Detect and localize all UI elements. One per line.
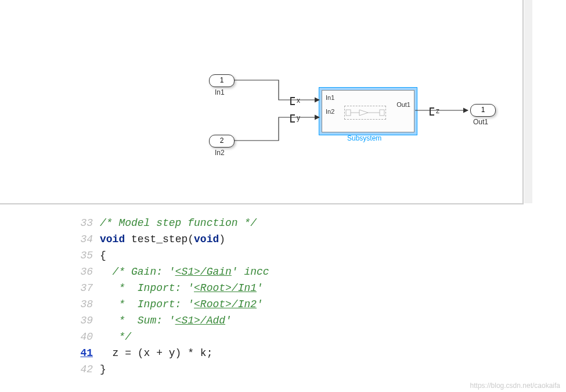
line-number: 37 [70, 280, 100, 296]
line-number: 38 [70, 296, 100, 312]
code-line: 39 * Sum: '<S1>/Add' [70, 312, 476, 329]
code-line: 35{ [70, 247, 476, 264]
code-text: /* Model step function */ [100, 215, 257, 231]
line-number: 39 [70, 312, 100, 329]
inport-1-num: 1 [220, 76, 224, 84]
line-number: 33 [70, 215, 100, 231]
subsystem-label: Subsystem [347, 134, 381, 142]
code-text: /* Gain: '<S1>/Gain' incc [100, 264, 269, 280]
code-line: 37 * Inport: '<Root>/In1' [70, 280, 476, 296]
subsystem-pin-in2: In2 [326, 108, 334, 115]
inport-2-block[interactable]: 2 [209, 135, 235, 148]
inport-2-label: In2 [215, 149, 225, 157]
code-text: * Sum: '<S1>/Add' [100, 312, 232, 329]
code-text: { [100, 247, 106, 264]
bus-creator-y: y [290, 114, 300, 123]
line-number: 40 [70, 329, 100, 345]
outport-1-num: 1 [481, 106, 485, 114]
line-number: 42 [70, 361, 100, 377]
code-text: void test_step(void) [100, 231, 225, 247]
code-line: 36 /* Gain: '<S1>/Gain' incc [70, 264, 476, 280]
code-text: } [100, 361, 106, 377]
bus-selector-z: z [430, 107, 439, 116]
bus-creator-x: x [290, 96, 300, 105]
canvas-scrollbar[interactable] [524, 0, 532, 203]
code-line: 38 * Inport: '<Root>/In2' [70, 296, 476, 312]
inport-1-block[interactable]: 1 [209, 74, 235, 87]
code-text: * Inport: '<Root>/In2' [100, 296, 263, 312]
watermark-text: https://blog.csdn.net/caokaifa [470, 382, 560, 390]
subsystem-pin-in1: In1 [326, 94, 334, 101]
code-line: 42} [70, 361, 476, 377]
svg-rect-0 [346, 110, 351, 116]
outport-1-block[interactable]: 1 [470, 104, 496, 117]
code-line: 40 */ [70, 329, 476, 345]
svg-marker-2 [359, 110, 368, 116]
subsystem-pin-out1: Out1 [396, 101, 410, 108]
line-number: 36 [70, 264, 100, 280]
code-text: z = (x + y) * k; [100, 345, 212, 361]
subsystem-block[interactable]: In1 In2 Out1 [322, 90, 414, 132]
inport-2-num: 2 [220, 136, 224, 145]
line-number: 34 [70, 231, 100, 247]
code-text: * Inport: '<Root>/In1' [100, 280, 263, 296]
wires-layer [0, 0, 522, 203]
code-view: 33/* Model step function */34void test_s… [70, 215, 476, 377]
code-line: 34void test_step(void) [70, 231, 476, 247]
inport-1-label: In1 [215, 88, 225, 96]
simulink-canvas[interactable]: 1 In1 2 In2 x y z In1 In2 Out1 Subsystem… [0, 0, 524, 204]
code-text: */ [100, 329, 131, 345]
line-number[interactable]: 41 [70, 345, 100, 361]
line-number: 35 [70, 247, 100, 264]
code-line: 33/* Model step function */ [70, 215, 476, 231]
code-line: 41 z = (x + y) * k; [70, 345, 476, 361]
subsystem-preview-icon [344, 106, 386, 120]
svg-rect-4 [380, 110, 384, 116]
outport-1-label: Out1 [473, 118, 488, 126]
